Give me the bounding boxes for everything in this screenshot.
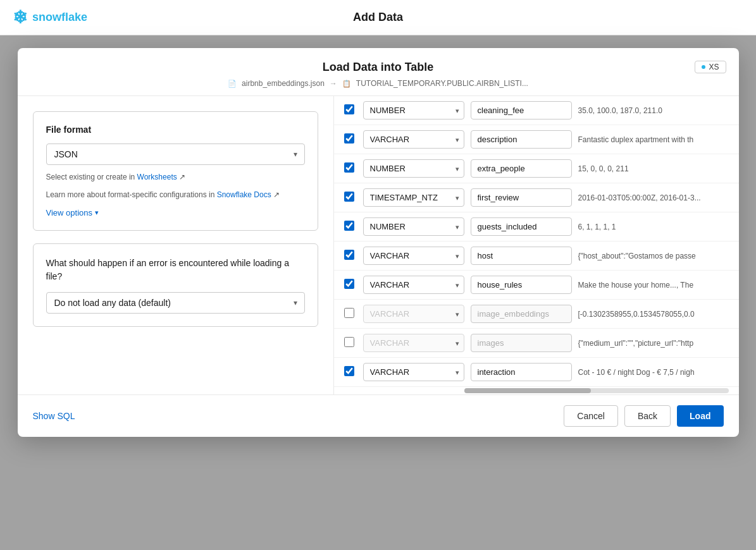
columns-container: NUMBERVARCHARTIMESTAMP_NTZBOOLEANFLOATDA… — [334, 96, 739, 387]
checkbox-9[interactable] — [344, 366, 354, 376]
checkbox-4[interactable] — [344, 221, 354, 231]
checkbox-0[interactable] — [344, 104, 354, 114]
name-input-3[interactable] — [471, 188, 572, 207]
col-name-1[interactable] — [471, 130, 572, 149]
type-select-5[interactable]: NUMBERVARCHARTIMESTAMP_NTZBOOLEANFLOATDA… — [363, 247, 464, 265]
type-select-9[interactable]: NUMBERVARCHARTIMESTAMP_NTZBOOLEANFLOATDA… — [363, 363, 464, 381]
col-checkbox-7[interactable] — [344, 308, 357, 321]
name-input-0[interactable] — [471, 101, 572, 119]
table-row: NUMBERVARCHARTIMESTAMP_NTZBOOLEANFLOATDA… — [334, 125, 739, 154]
col-type-6[interactable]: NUMBERVARCHARTIMESTAMP_NTZBOOLEANFLOATDA… — [363, 276, 464, 294]
xs-dot — [702, 65, 705, 69]
col-name-3[interactable] — [471, 188, 572, 207]
col-preview-2: 15, 0, 0, 0, 211 — [578, 164, 729, 173]
checkbox-1[interactable] — [344, 133, 354, 144]
error-handling-section: What should happen if an error is encoun… — [33, 243, 318, 327]
col-preview-6: Make the house your home..., The — [578, 281, 729, 290]
col-checkbox-2[interactable] — [344, 162, 357, 175]
scroll-thumb — [464, 388, 591, 393]
col-type-3[interactable]: NUMBERVARCHARTIMESTAMP_NTZBOOLEANFLOATDA… — [363, 188, 464, 207]
col-name-4[interactable] — [471, 217, 572, 236]
col-type-9[interactable]: NUMBERVARCHARTIMESTAMP_NTZBOOLEANFLOATDA… — [363, 363, 464, 381]
file-format-section: File format JSON CSV Parquet Avro Select… — [33, 111, 318, 231]
type-select-2[interactable]: NUMBERVARCHARTIMESTAMP_NTZBOOLEANFLOATDA… — [363, 159, 464, 178]
col-type-0[interactable]: NUMBERVARCHARTIMESTAMP_NTZBOOLEANFLOATDA… — [363, 101, 464, 119]
snowflake-logo: ❄ snowflake — [13, 7, 87, 28]
col-preview-0: 35.0, 100.0, 187.0, 211.0 — [578, 106, 729, 115]
name-input-5[interactable] — [471, 247, 572, 265]
error-handling-select[interactable]: Do not load any data (default) Skip file… — [46, 292, 305, 314]
name-input-2[interactable] — [471, 159, 572, 178]
right-panel: NUMBERVARCHARTIMESTAMP_NTZBOOLEANFLOATDA… — [334, 96, 739, 394]
error-handling-select-wrapper: Do not load any data (default) Skip file… — [46, 292, 305, 314]
col-type-1[interactable]: NUMBERVARCHARTIMESTAMP_NTZBOOLEANFLOATDA… — [363, 130, 464, 149]
type-select-4[interactable]: NUMBERVARCHARTIMESTAMP_NTZBOOLEANFLOATDA… — [363, 217, 464, 236]
type-select-7: NUMBERVARCHARTIMESTAMP_NTZBOOLEANFLOATDA… — [363, 305, 464, 323]
checkbox-8[interactable] — [344, 337, 354, 347]
name-input-4[interactable] — [471, 217, 572, 236]
error-section-title: What should happen if an error is encoun… — [46, 257, 305, 283]
col-checkbox-9[interactable] — [344, 366, 357, 379]
load-button[interactable]: Load — [677, 405, 723, 427]
col-name-7[interactable] — [471, 305, 572, 323]
type-select-0[interactable]: NUMBERVARCHARTIMESTAMP_NTZBOOLEANFLOATDA… — [363, 101, 464, 119]
horizontal-scrollbar[interactable] — [334, 387, 739, 394]
col-name-2[interactable] — [471, 159, 572, 178]
col-checkbox-5[interactable] — [344, 250, 357, 262]
table-row: NUMBERVARCHARTIMESTAMP_NTZBOOLEANFLOATDA… — [334, 183, 739, 212]
col-name-5[interactable] — [471, 247, 572, 265]
cancel-button[interactable]: Cancel — [564, 405, 618, 427]
modal-header: Load Data into Table 📄 airbnb_embeddings… — [18, 48, 739, 96]
col-type-5[interactable]: NUMBERVARCHARTIMESTAMP_NTZBOOLEANFLOATDA… — [363, 247, 464, 265]
col-type-4[interactable]: NUMBERVARCHARTIMESTAMP_NTZBOOLEANFLOATDA… — [363, 217, 464, 236]
col-name-0[interactable] — [471, 101, 572, 119]
col-checkbox-3[interactable] — [344, 192, 357, 204]
col-preview-9: Cot - 10 € / night Dog - € 7,5 / nigh — [578, 368, 729, 377]
view-options-toggle[interactable]: View options ▾ — [46, 208, 305, 217]
col-checkbox-1[interactable] — [344, 133, 357, 146]
col-name-8[interactable] — [471, 334, 572, 352]
col-name-6[interactable] — [471, 276, 572, 294]
col-checkbox-4[interactable] — [344, 221, 357, 233]
col-checkbox-8[interactable] — [344, 337, 357, 350]
col-checkbox-6[interactable] — [344, 279, 357, 291]
file-format-label: File format — [46, 125, 305, 135]
checkbox-2[interactable] — [344, 162, 354, 173]
table-row: NUMBERVARCHARTIMESTAMP_NTZBOOLEANFLOATDA… — [334, 358, 739, 387]
chevron-down-icon: ▾ — [95, 209, 99, 217]
checkbox-3[interactable] — [344, 192, 354, 202]
file-format-select[interactable]: JSON CSV Parquet Avro — [46, 144, 305, 165]
name-input-1[interactable] — [471, 130, 572, 149]
col-preview-4: 6, 1, 1, 1, 1 — [578, 223, 729, 231]
left-panel: File format JSON CSV Parquet Avro Select… — [18, 96, 334, 394]
name-input-6[interactable] — [471, 276, 572, 294]
col-type-8[interactable]: NUMBERVARCHARTIMESTAMP_NTZBOOLEANFLOATDA… — [363, 334, 464, 352]
scroll-track — [464, 388, 729, 393]
type-select-1[interactable]: NUMBERVARCHARTIMESTAMP_NTZBOOLEANFLOATDA… — [363, 130, 464, 149]
col-type-7[interactable]: NUMBERVARCHARTIMESTAMP_NTZBOOLEANFLOATDA… — [363, 305, 464, 323]
checkbox-6[interactable] — [344, 279, 354, 289]
col-name-9[interactable] — [471, 363, 572, 381]
name-input-9[interactable] — [471, 363, 572, 381]
page-title: Add Data — [353, 11, 403, 24]
type-select-6[interactable]: NUMBERVARCHARTIMESTAMP_NTZBOOLEANFLOATDA… — [363, 276, 464, 294]
xs-badge: XS — [695, 61, 726, 73]
col-type-2[interactable]: NUMBERVARCHARTIMESTAMP_NTZBOOLEANFLOATDA… — [363, 159, 464, 178]
modal-overlay: Load Data into Table 📄 airbnb_embeddings… — [0, 35, 756, 550]
show-sql-button[interactable]: Show SQL — [33, 411, 75, 421]
modal-body: File format JSON CSV Parquet Avro Select… — [18, 96, 739, 394]
col-preview-5: {"host_about":"Gostamos de passe — [578, 252, 729, 260]
footer-actions: Cancel Back Load — [564, 405, 723, 427]
helper-text-worksheets: Select existing or create in Worksheets … — [46, 171, 305, 183]
col-checkbox-0[interactable] — [344, 104, 357, 117]
worksheets-link[interactable]: Worksheets — [137, 173, 177, 181]
snowflake-docs-link[interactable]: Snowflake Docs — [217, 190, 271, 199]
checkbox-7[interactable] — [344, 308, 354, 318]
type-select-3[interactable]: NUMBERVARCHARTIMESTAMP_NTZBOOLEANFLOATDA… — [363, 188, 464, 207]
table-row: NUMBERVARCHARTIMESTAMP_NTZBOOLEANFLOATDA… — [334, 212, 739, 241]
back-button[interactable]: Back — [624, 405, 671, 427]
col-preview-3: 2016-01-03T05:00:00Z, 2016-01-3... — [578, 193, 729, 202]
checkbox-5[interactable] — [344, 250, 354, 260]
helper-text-docs: Learn more about format-specific configu… — [46, 189, 305, 200]
table-row: NUMBERVARCHARTIMESTAMP_NTZBOOLEANFLOATDA… — [334, 300, 739, 329]
